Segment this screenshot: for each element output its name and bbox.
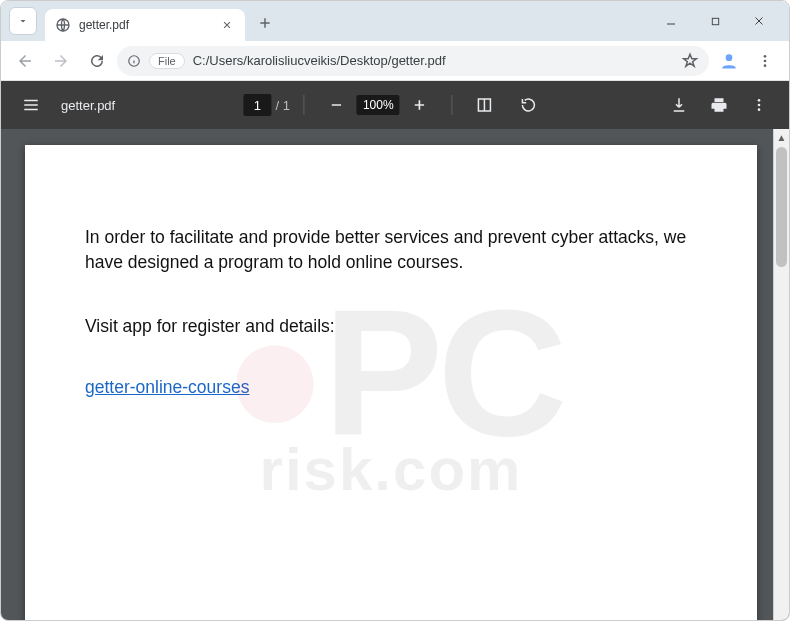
tab-close-button[interactable] bbox=[219, 17, 235, 33]
pdf-filename: getter.pdf bbox=[61, 98, 115, 113]
separator bbox=[452, 95, 453, 115]
reload-icon bbox=[88, 52, 106, 70]
svg-point-6 bbox=[764, 64, 767, 67]
sidebar-toggle-button[interactable] bbox=[13, 87, 49, 123]
window-maximize-button[interactable] bbox=[693, 6, 737, 36]
download-icon bbox=[670, 96, 688, 114]
fit-page-button[interactable] bbox=[467, 87, 503, 123]
nav-back-button[interactable] bbox=[9, 45, 41, 77]
scrollbar-thumb[interactable] bbox=[776, 147, 787, 267]
nav-forward-button[interactable] bbox=[45, 45, 77, 77]
maximize-icon bbox=[710, 16, 721, 27]
fit-icon bbox=[476, 96, 494, 114]
file-chip-label: File bbox=[158, 55, 176, 67]
svg-rect-1 bbox=[712, 18, 718, 24]
pdf-menu-button[interactable] bbox=[741, 87, 777, 123]
zoom-out-button[interactable] bbox=[319, 87, 355, 123]
star-icon bbox=[681, 52, 699, 70]
svg-point-9 bbox=[758, 104, 761, 107]
close-icon bbox=[753, 15, 765, 27]
url-text: C:/Users/karolisliucveikis/Desktop/gette… bbox=[193, 53, 673, 68]
svg-point-5 bbox=[764, 59, 767, 62]
chevron-down-icon bbox=[17, 15, 29, 27]
svg-point-3 bbox=[726, 54, 733, 61]
tab-title: getter.pdf bbox=[79, 18, 211, 32]
omnibox[interactable]: File C:/Users/karolisliucveikis/Desktop/… bbox=[117, 46, 709, 76]
minus-icon bbox=[329, 97, 345, 113]
rotate-button[interactable] bbox=[511, 87, 547, 123]
bookmark-button[interactable] bbox=[681, 52, 699, 70]
page-indicator: / 1 bbox=[243, 94, 289, 116]
document-paragraph-1: In order to facilitate and provide bette… bbox=[85, 225, 697, 276]
browser-menu-button[interactable] bbox=[749, 45, 781, 77]
profile-button[interactable] bbox=[715, 47, 743, 75]
kebab-icon bbox=[751, 97, 767, 113]
download-button[interactable] bbox=[661, 87, 697, 123]
globe-icon bbox=[55, 17, 71, 33]
print-icon bbox=[710, 96, 728, 114]
svg-point-8 bbox=[758, 99, 761, 102]
svg-point-10 bbox=[758, 108, 761, 111]
tabs-dropdown-button[interactable] bbox=[9, 7, 37, 35]
arrow-right-icon bbox=[52, 52, 70, 70]
separator bbox=[304, 95, 305, 115]
zoom-value: 100% bbox=[357, 95, 400, 115]
window-minimize-button[interactable] bbox=[649, 6, 693, 36]
print-button[interactable] bbox=[701, 87, 737, 123]
close-icon bbox=[222, 20, 232, 30]
plus-icon bbox=[412, 97, 428, 113]
address-bar-row: File C:/Users/karolisliucveikis/Desktop/… bbox=[1, 41, 789, 81]
kebab-icon bbox=[757, 53, 773, 69]
site-info-icon[interactable] bbox=[127, 54, 141, 68]
rotate-icon bbox=[520, 96, 538, 114]
pdf-toolbar: getter.pdf / 1 100% bbox=[1, 81, 789, 129]
profile-icon bbox=[719, 51, 739, 71]
page-number-input[interactable] bbox=[243, 94, 271, 116]
plus-icon bbox=[258, 16, 272, 30]
scroll-up-arrow[interactable]: ▲ bbox=[774, 129, 789, 145]
svg-point-4 bbox=[764, 55, 767, 58]
nav-reload-button[interactable] bbox=[81, 45, 113, 77]
menu-icon bbox=[22, 96, 40, 114]
window-close-button[interactable] bbox=[737, 6, 781, 36]
document-link[interactable]: getter-online-courses bbox=[85, 377, 249, 397]
browser-tab[interactable]: getter.pdf bbox=[45, 9, 245, 41]
pdf-viewport[interactable]: ●PC risk.com In order to facilitate and … bbox=[1, 129, 789, 620]
page-total: / 1 bbox=[275, 98, 289, 113]
new-tab-button[interactable] bbox=[251, 9, 279, 37]
file-chip: File bbox=[149, 53, 185, 69]
arrow-left-icon bbox=[16, 52, 34, 70]
minimize-icon bbox=[665, 15, 677, 27]
document-paragraph-2: Visit app for register and details: bbox=[85, 314, 697, 339]
zoom-in-button[interactable] bbox=[402, 87, 438, 123]
tab-strip: getter.pdf bbox=[1, 1, 789, 41]
vertical-scrollbar[interactable]: ▲ bbox=[773, 129, 789, 620]
pdf-page: ●PC risk.com In order to facilitate and … bbox=[25, 145, 757, 620]
